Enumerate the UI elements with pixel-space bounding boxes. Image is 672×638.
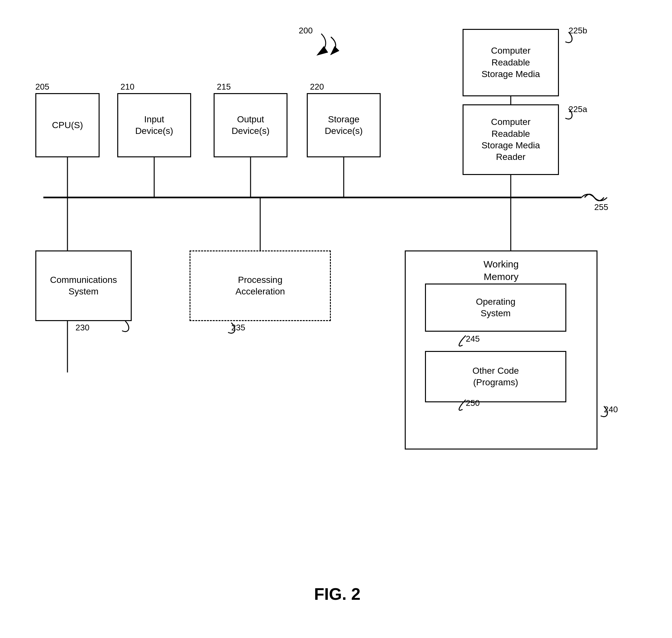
ref-235-label: 235	[231, 323, 245, 333]
working-memory-box: WorkingMemory OperatingSystem Other Code…	[405, 250, 597, 450]
output-device-label: OutputDevice(s)	[232, 114, 269, 137]
crsm-reader-label: ComputerReadableStorage MediaReader	[481, 116, 540, 163]
working-memory-title: WorkingMemory	[406, 258, 596, 283]
processing-label: ProcessingAcceleration	[235, 274, 285, 298]
storage-device-label: StorageDevice(s)	[325, 114, 363, 137]
ref-200-label: 200	[299, 26, 313, 36]
cpu-box: CPU(S)	[35, 93, 100, 157]
input-device-box: InputDevice(s)	[117, 93, 191, 157]
communications-box: CommunicationsSystem	[35, 250, 132, 321]
processing-box: ProcessingAcceleration	[190, 250, 331, 321]
os-label: OperatingSystem	[476, 296, 515, 319]
ref-225a-label: 225a	[569, 104, 587, 114]
crsm-label: ComputerReadableStorage Media	[481, 45, 540, 80]
other-code-box: Other Code(Programs)	[425, 351, 566, 402]
ref-230-label: 230	[76, 323, 89, 333]
ref-240-label: 240	[604, 405, 618, 415]
diagram: 200 CPU(S) 205 InputDevice(s) 210 Output…	[19, 19, 655, 613]
ref-220-label: 220	[310, 82, 324, 92]
other-code-label: Other Code(Programs)	[473, 365, 519, 388]
ref-250-label: 250	[466, 398, 480, 408]
cpu-label: CPU(S)	[52, 119, 83, 131]
os-box: OperatingSystem	[425, 284, 566, 332]
storage-device-box: StorageDevice(s)	[307, 93, 381, 157]
ref-225b-label: 225b	[569, 26, 587, 36]
input-device-label: InputDevice(s)	[135, 114, 173, 137]
communications-label: CommunicationsSystem	[50, 274, 117, 298]
output-device-box: OutputDevice(s)	[214, 93, 288, 157]
crsm-box: ComputerReadableStorage Media	[462, 29, 559, 96]
fig-caption: FIG. 2	[314, 584, 360, 604]
ref-215-label: 215	[217, 82, 231, 92]
ref-245-label: 245	[466, 334, 480, 344]
crsm-reader-box: ComputerReadableStorage MediaReader	[462, 104, 559, 175]
ref-205-label: 205	[35, 82, 49, 92]
ref-210-label: 210	[120, 82, 134, 92]
ref-255-label: 255	[594, 202, 608, 212]
